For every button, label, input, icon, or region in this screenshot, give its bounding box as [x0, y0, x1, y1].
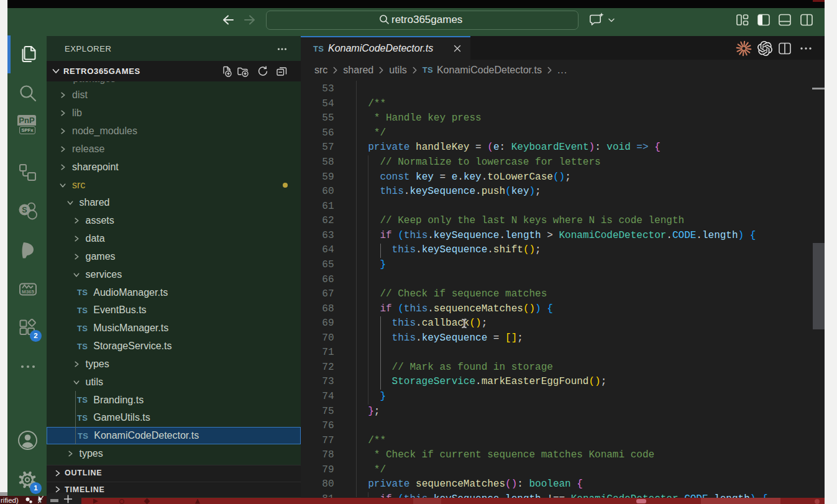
svg-text:S: S [22, 206, 27, 214]
svg-text:M365: M365 [22, 289, 35, 295]
